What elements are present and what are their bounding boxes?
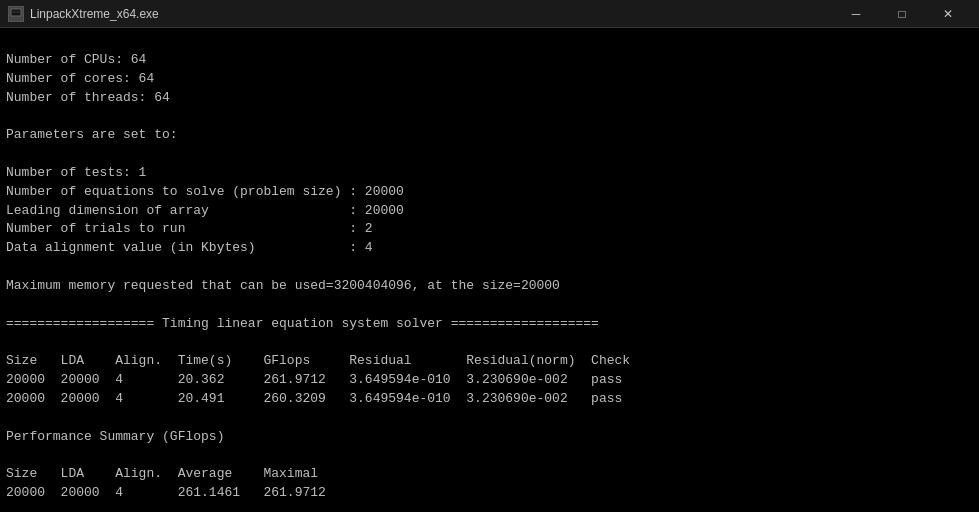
console-line	[6, 447, 973, 466]
console-line: =================== Timing linear equati…	[6, 315, 973, 334]
console-line: Data alignment value (in Kbytes) : 4	[6, 239, 973, 258]
console-line: Size LDA Align. Average Maximal	[6, 465, 973, 484]
console-line: Number of cores: 64	[6, 70, 973, 89]
console-line: Number of trials to run : 2	[6, 220, 973, 239]
console-output: Number of CPUs: 64Number of cores: 64Num…	[0, 28, 979, 512]
console-line: 20000 20000 4 20.362 261.9712 3.649594e-…	[6, 371, 973, 390]
console-line: Number of threads: 64	[6, 89, 973, 108]
console-line	[6, 334, 973, 353]
console-line	[6, 258, 973, 277]
console-line	[6, 296, 973, 315]
console-line: Maximum memory requested that can be use…	[6, 277, 973, 296]
app-icon	[8, 6, 24, 22]
console-line: Parameters are set to:	[6, 126, 973, 145]
window-title: LinpackXtreme_x64.exe	[30, 7, 833, 21]
console-line: Number of equations to solve (problem si…	[6, 183, 973, 202]
console-line	[6, 503, 973, 512]
close-button[interactable]: ✕	[925, 0, 971, 28]
maximize-button[interactable]: □	[879, 0, 925, 28]
console-line	[6, 107, 973, 126]
window-controls: ─ □ ✕	[833, 0, 971, 28]
title-bar: LinpackXtreme_x64.exe ─ □ ✕	[0, 0, 979, 28]
console-line: 20000 20000 4 261.1461 261.9712	[6, 484, 973, 503]
console-line	[6, 409, 973, 428]
minimize-button[interactable]: ─	[833, 0, 879, 28]
console-line: Size LDA Align. Time(s) GFlops Residual …	[6, 352, 973, 371]
svg-rect-2	[12, 10, 20, 15]
console-line	[6, 145, 973, 164]
console-line: Leading dimension of array : 20000	[6, 202, 973, 221]
console-line: Number of tests: 1	[6, 164, 973, 183]
console-line: Number of CPUs: 64	[6, 51, 973, 70]
console-line: 20000 20000 4 20.491 260.3209 3.649594e-…	[6, 390, 973, 409]
console-line: Performance Summary (GFlops)	[6, 428, 973, 447]
